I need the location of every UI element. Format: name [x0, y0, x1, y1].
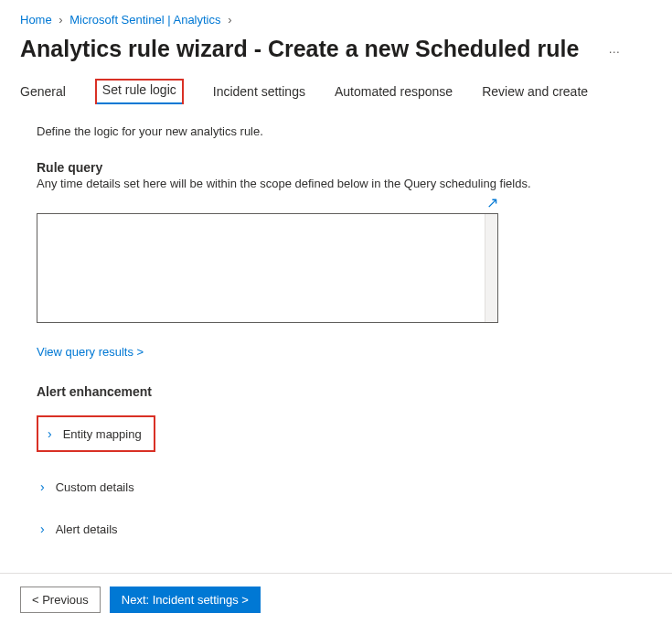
chevron-right-icon: ›: [40, 522, 45, 536]
expand-row: ↗: [37, 190, 498, 213]
query-input[interactable]: [37, 214, 485, 322]
alert-enhancement-title: Alert enhancement: [37, 384, 652, 399]
tab-incident-settings[interactable]: Incident settings: [213, 79, 305, 104]
expander-label: Custom details: [56, 480, 134, 494]
breadcrumb-home[interactable]: Home: [20, 13, 52, 27]
expand-icon[interactable]: ↗: [486, 194, 498, 211]
expander-list: › Entity mapping › Custom details › Aler…: [37, 415, 652, 545]
tab-automated-response[interactable]: Automated response: [335, 79, 453, 104]
page-title: Analytics rule wizard - Create a new Sch…: [20, 36, 579, 62]
previous-button[interactable]: < Previous: [20, 587, 101, 613]
query-box: [37, 213, 498, 323]
tabs: General Set rule logic Incident settings…: [0, 79, 672, 104]
view-query-results-link[interactable]: View query results >: [37, 345, 144, 359]
tab-review-create[interactable]: Review and create: [482, 79, 588, 104]
chevron-right-icon: ›: [40, 479, 45, 494]
breadcrumb-sep: ›: [224, 13, 235, 27]
breadcrumb-sep: ›: [55, 13, 66, 27]
query-scrollbar[interactable]: [485, 214, 497, 322]
tab-general[interactable]: General: [20, 79, 66, 104]
next-button[interactable]: Next: Incident settings >: [110, 587, 261, 613]
bottom-bar: < Previous Next: Incident settings >: [0, 573, 672, 626]
breadcrumb: Home › Microsoft Sentinel | Analytics ›: [0, 0, 672, 36]
expander-label: Entity mapping: [63, 427, 142, 441]
content: Define the logic for your new analytics …: [0, 104, 672, 545]
rule-query-sub: Any time details set here will be within…: [37, 177, 652, 190]
expander-label: Alert details: [56, 522, 118, 536]
expander-entity-mapping[interactable]: › Entity mapping: [37, 415, 155, 452]
breadcrumb-sentinel[interactable]: Microsoft Sentinel | Analytics: [69, 13, 220, 27]
more-actions-icon[interactable]: …: [608, 42, 621, 56]
tab-set-rule-logic[interactable]: Set rule logic: [95, 79, 184, 104]
chevron-right-icon: ›: [48, 426, 52, 441]
title-row: Analytics rule wizard - Create a new Sch…: [0, 36, 672, 79]
intro-text: Define the logic for your new analytics …: [37, 124, 652, 138]
expander-custom-details[interactable]: › Custom details: [37, 470, 183, 503]
rule-query-title: Rule query: [37, 160, 652, 175]
expander-alert-details[interactable]: › Alert details: [37, 512, 183, 545]
